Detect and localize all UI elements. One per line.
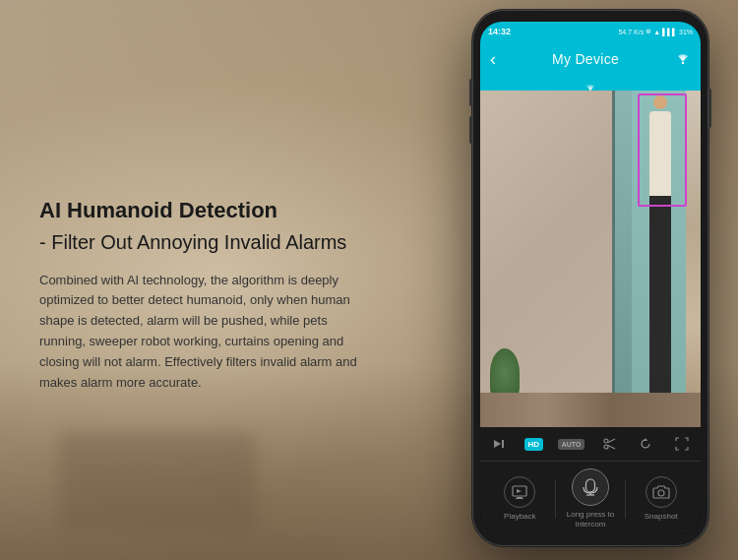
hd-button[interactable]: HD xyxy=(524,438,544,451)
snapshot-button[interactable]: Snapshot xyxy=(626,476,696,522)
svg-line-6 xyxy=(608,439,615,443)
signal-bars: ▌▌▌ xyxy=(662,29,677,35)
svg-line-7 xyxy=(608,446,615,450)
signal-icon: ⊕ xyxy=(646,28,651,35)
svg-rect-11 xyxy=(516,498,523,499)
auto-button[interactable]: AUTO xyxy=(558,439,585,450)
playback-button[interactable]: Playback xyxy=(485,476,555,522)
svg-point-0 xyxy=(682,61,684,63)
status-bar: 14:32 54.7 K/s ⊕ ▲ ▌▌▌ 31% xyxy=(480,22,701,41)
bottom-actions: Playback Long press to intercom xyxy=(480,461,701,534)
wifi-status-icon: ▲ xyxy=(653,29,660,35)
phone-frame: 14:32 54.7 K/s ⊕ ▲ ▌▌▌ 31% ‹ My Device xyxy=(472,10,708,546)
plant xyxy=(490,348,520,398)
playback-controls: HD AUTO xyxy=(480,427,701,461)
intercom-button[interactable]: Long press to intercom xyxy=(556,468,626,529)
floor xyxy=(480,393,701,427)
detection-bounding-box xyxy=(638,93,687,207)
camera-feed xyxy=(480,91,701,427)
wifi-icon xyxy=(675,52,691,67)
connectivity-row xyxy=(480,77,701,91)
battery-level: 31% xyxy=(679,29,693,35)
playback-label: Playback xyxy=(504,512,535,522)
svg-rect-3 xyxy=(502,440,504,448)
stream-icon[interactable] xyxy=(488,433,510,455)
svg-marker-2 xyxy=(494,440,501,448)
app-header: ‹ My Device xyxy=(480,41,701,77)
wall xyxy=(480,91,622,393)
refresh-icon[interactable] xyxy=(635,433,656,455)
status-time: 14:32 xyxy=(488,27,511,36)
page-title: My Device xyxy=(552,51,619,67)
svg-marker-12 xyxy=(517,489,522,493)
feature-description: AI Humanoid Detection - Filter Out Annoy… xyxy=(39,197,413,393)
svg-point-5 xyxy=(604,445,608,449)
fullscreen-icon[interactable] xyxy=(671,433,693,455)
data-speed: 54.7 K/s xyxy=(618,29,644,35)
feature-body: Combined with AI technology, the algorit… xyxy=(39,271,374,394)
status-icons: 54.7 K/s ⊕ ▲ ▌▌▌ 31% xyxy=(618,28,693,35)
feature-headline: AI Humanoid Detection xyxy=(39,197,413,225)
svg-point-15 xyxy=(658,490,664,496)
intercom-icon xyxy=(572,468,609,506)
scissors-icon[interactable] xyxy=(599,433,621,455)
snapshot-icon xyxy=(646,476,677,508)
phone-device: 14:32 54.7 K/s ⊕ ▲ ▌▌▌ 31% ‹ My Device xyxy=(472,10,708,546)
feature-subheadline: - Filter Out Annoying Invalid Alarms xyxy=(39,229,413,255)
bg-sofa xyxy=(59,432,256,530)
snapshot-label: Snapshot xyxy=(645,512,678,522)
intercom-label: Long press to intercom xyxy=(556,510,626,529)
svg-point-4 xyxy=(604,439,608,443)
phone-screen: 14:32 54.7 K/s ⊕ ▲ ▌▌▌ 31% ‹ My Device xyxy=(480,22,701,534)
back-button[interactable]: ‹ xyxy=(490,50,496,68)
playback-icon xyxy=(504,476,535,508)
